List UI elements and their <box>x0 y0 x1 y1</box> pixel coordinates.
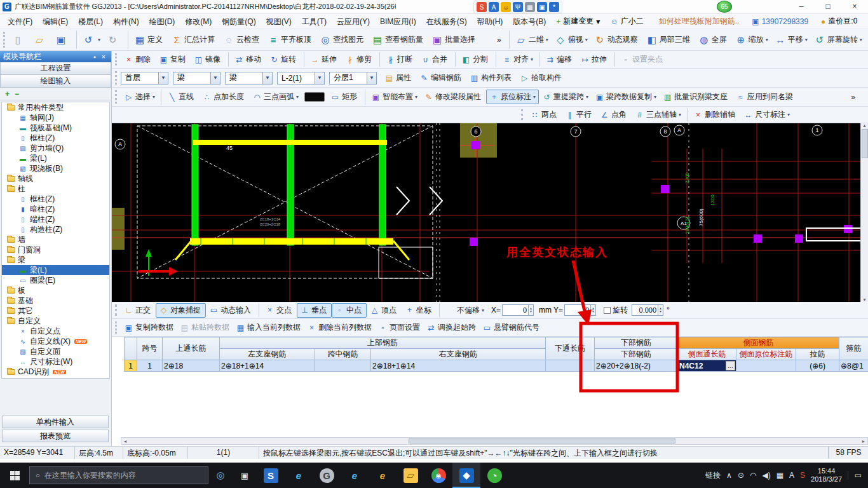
horizontal-scroll-thumb[interactable] <box>409 438 675 444</box>
toolbar-button[interactable] <box>304 52 304 67</box>
left-support-header[interactable]: 左支座钢筋 <box>220 349 315 360</box>
top-through-cell[interactable]: 2⊕18 <box>163 360 220 372</box>
report-preview-button[interactable]: 报表预览 <box>2 430 109 442</box>
side-rebar-group-header[interactable]: 侧面钢筋 <box>678 337 839 349</box>
offset-mode-dropdown[interactable]: 不偏移 ▾ <box>442 303 487 318</box>
stirrup-header[interactable]: 箍筋 <box>839 337 868 360</box>
taskbar-chrome-icon[interactable]: ◉ <box>424 463 452 488</box>
three-point-aux-axis-button[interactable]: # 三点辅轴 ▾ <box>632 107 684 122</box>
tree-item-axis-grid[interactable]: ▦ 轴网(J) <box>2 112 109 123</box>
page-setup-button[interactable]: ▫ 页面设置 <box>375 320 423 335</box>
tie-rebar-header[interactable]: 拉筋 <box>796 349 839 360</box>
view-rebar-qty-button[interactable]: ▤ 查看钢筋量 <box>369 32 428 48</box>
break-button[interactable]: ∦ 打断 <box>383 52 417 67</box>
cad-canvas[interactable]: A 6 7 8 A 1 A1 45 2300 <box>112 123 860 302</box>
find-element-button[interactable]: ◎ 查找图元 <box>316 32 369 48</box>
tree-item-cast-slab[interactable]: ▧ 现浇板(B) <box>2 163 109 173</box>
tree-folder-slab[interactable]: 板 <box>2 285 109 295</box>
apply-to-same-name-button[interactable]: ≈ 应用到同名梁 <box>733 90 798 104</box>
move-button[interactable]: ⇄ 移动 <box>231 52 266 67</box>
rotate-button[interactable]: ↻ 旋转 <box>266 52 301 67</box>
undo-button[interactable]: ↺ ▾ <box>79 32 104 48</box>
rectangle-tool-button[interactable]: ▭ 矩形 <box>327 90 362 104</box>
snap-toggle[interactable] <box>259 303 259 317</box>
split-button[interactable]: ◧ 分割 <box>458 52 493 67</box>
copy-span-data-button[interactable]: ▣ 复制跨数据 <box>121 320 177 335</box>
minimize-button[interactable]: – <box>788 0 815 14</box>
pin-icon[interactable]: ▪ <box>90 53 99 60</box>
save-button[interactable]: ▣ <box>52 32 74 48</box>
right-support-cell[interactable]: 2⊕18+1⊕14 <box>371 360 546 372</box>
intersection-snap-toggle[interactable]: × 交点 <box>262 303 297 318</box>
stretch-button[interactable]: ↦ 拉伸 <box>577 52 612 67</box>
orbit-button[interactable]: ↻ 动态观察 <box>591 32 643 48</box>
volume-icon[interactable]: ◀) <box>762 471 770 480</box>
notification-center-icon[interactable]: ▭ <box>848 471 864 480</box>
input-current-column-button[interactable]: ▦ 输入当前列数据 <box>233 320 304 335</box>
trim-button[interactable]: ∤ 修剪 <box>342 52 377 67</box>
properties-button[interactable]: ▤ 属性 <box>381 71 416 85</box>
mid-span-header[interactable]: 跨中钢筋 <box>315 349 371 360</box>
start-button[interactable] <box>0 463 29 488</box>
insitu-annotation-button[interactable]: + 原位标注 ▾ <box>486 90 539 104</box>
toolbar-button[interactable] <box>228 52 229 67</box>
close-button[interactable]: × <box>841 0 868 14</box>
layer-combo[interactable]: 分层1 ▼ <box>329 72 377 85</box>
pick-component-button[interactable]: ▷ 拾取构件 <box>517 71 567 85</box>
side-through-edit-cell[interactable]: N4C12 … <box>678 360 736 372</box>
menu-item[interactable]: 绘图(D) <box>144 15 180 28</box>
extend-button[interactable]: → 延伸 <box>307 52 342 67</box>
maximize-button[interactable]: □ <box>815 0 841 14</box>
network-icon[interactable]: ◠ <box>750 471 756 480</box>
menu-item[interactable]: BIM应用(I) <box>375 15 421 28</box>
zoom-button[interactable]: ⊕ 缩放 ▾ <box>732 32 771 48</box>
floor-combo[interactable]: 首层 ▼ <box>121 72 168 85</box>
ellipsis-button[interactable]: … <box>726 361 735 370</box>
side-insitu-header[interactable]: 侧面原位标注筋 <box>736 349 796 360</box>
delete-aux-axis-button[interactable]: × 删除辅轴 <box>690 107 740 122</box>
perpendicular-snap-toggle[interactable]: ⊥ 垂点 <box>297 303 332 318</box>
taskbar-glodon-icon[interactable]: ◆ <box>452 463 480 488</box>
swap-start-span-button[interactable]: ⇄ 调换起始跨 <box>423 320 479 335</box>
tree-item-custom-face[interactable]: ▨ 自定义面 <box>2 346 109 356</box>
ortho-toggle[interactable]: ∟ 正交 <box>121 303 156 318</box>
guangxiaoer-button[interactable]: ☺ 广小二 <box>605 16 651 27</box>
horizontal-scroll-track[interactable] <box>129 438 860 444</box>
cantilever-rebar-code-button[interactable]: ▭ 悬臂钢筋代号 <box>479 320 543 335</box>
summary-calc-button[interactable]: Σ 汇总计算 <box>168 32 220 47</box>
task-view-icon[interactable]: ▣ <box>233 463 257 488</box>
tree-folder-custom[interactable]: 自定义 <box>2 316 109 326</box>
help-question-link[interactable]: 如何处理筏板附加钢筋.. <box>651 16 747 27</box>
batch-select-button[interactable]: ▣ 批量选择 <box>428 32 480 48</box>
y-coordinate-input[interactable] <box>564 304 591 316</box>
category-combo[interactable]: 梁 ▼ <box>173 72 220 85</box>
mic-tool-icon[interactable]: Ψ <box>513 2 523 12</box>
tree-item-hidden-column[interactable]: ▮ 暗柱(Z) <box>2 204 109 214</box>
stepper-arrows-icon[interactable]: ▲▼ <box>658 304 663 316</box>
paste-span-data-button[interactable]: ▤ 粘贴跨数据 <box>177 320 233 335</box>
panel-close-icon[interactable]: × <box>99 53 108 60</box>
top-through-header[interactable]: 上通长筋 <box>163 337 220 360</box>
define-button[interactable]: ▦ 定义 <box>131 32 168 48</box>
rotate-checkbox[interactable] <box>604 307 611 314</box>
expand-all-button[interactable]: + <box>5 90 10 98</box>
toolbar-button[interactable] <box>509 30 510 49</box>
tree-item-dimension[interactable]: ↔ 尺寸标注(W) <box>2 356 109 367</box>
menu-item[interactable]: 在线服务(S) <box>421 15 472 28</box>
toolbar-button[interactable] <box>614 52 615 67</box>
toolbar-button[interactable] <box>496 52 496 67</box>
fullscreen-button[interactable]: ◍ 全屏 <box>695 32 732 48</box>
sogou-input-icon[interactable]: S <box>477 2 487 12</box>
bottom-rebar-header[interactable]: 下部钢筋 <box>595 349 678 360</box>
chevron-down-icon[interactable]: ▼ <box>367 72 376 84</box>
cad-drawing-area[interactable]: A 6 7 8 A 1 A1 45 2300 <box>112 123 860 302</box>
menu-item[interactable]: 帮助(H) <box>472 15 508 28</box>
cloud-check-button[interactable]: ◌ 云检查 <box>220 32 264 47</box>
taskbar-ie-icon[interactable]: e <box>285 463 313 488</box>
chevron-down-icon[interactable]: ▼ <box>315 72 324 84</box>
tree-folder-beam[interactable]: 梁 <box>2 255 109 265</box>
object-snap-toggle[interactable]: ◇ 对象捕捉 <box>156 303 206 318</box>
tree-item-frame-column[interactable]: ▯ 框柱(Z) <box>2 133 109 143</box>
tree-folder-common-types[interactable]: 常用构件类型 <box>2 102 109 112</box>
point-angle-axis-button[interactable]: ∠ 点角 <box>597 107 632 122</box>
